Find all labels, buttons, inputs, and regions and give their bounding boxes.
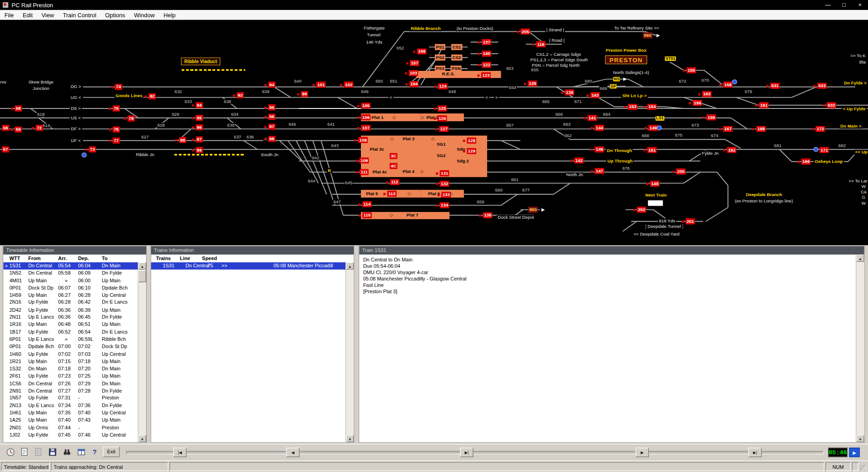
signal-116[interactable]: 116 — [536, 41, 546, 47]
timetable-row[interactable]: 1C56Dn Central07:2607:29Dn Main — [3, 380, 146, 387]
timetable-row[interactable]: 2N91Dn Central07:2707:28Dn Fylde — [3, 388, 146, 395]
signal-155[interactable]: 155 — [686, 67, 696, 73]
marker-ns[interactable]: NS — [613, 77, 620, 81]
signal-3C[interactable]: 3C — [390, 153, 397, 159]
signal-101[interactable]: 101 — [316, 82, 326, 88]
open-document-icon[interactable] — [32, 447, 44, 457]
scroll-thumb[interactable] — [138, 270, 146, 282]
timetable-row[interactable]: 0P01Dock St Dp06:0706:10Dpdale Bch — [3, 285, 146, 292]
next-train-indicator[interactable] — [648, 200, 663, 206]
signal-154[interactable]: 154 — [647, 104, 657, 110]
signal-127[interactable]: 127 — [439, 126, 449, 132]
signal-171[interactable]: 171 — [819, 147, 829, 153]
signal-531[interactable]: 531 — [770, 83, 780, 88]
scroll-down-icon[interactable]: ▼ — [138, 435, 146, 442]
timetable-row[interactable]: 6P01Up E Lancs»06:59LRibble Bch — [3, 336, 146, 343]
signal-139[interactable]: 139 — [528, 80, 537, 86]
signal-86[interactable]: 86 — [196, 124, 203, 130]
signal-97[interactable]: 97 — [268, 124, 276, 130]
signal-104[interactable]: 104 — [409, 81, 419, 87]
signal-151[interactable]: 151 — [647, 147, 657, 153]
signal-142[interactable]: 142 — [574, 157, 584, 163]
timetable-row[interactable]: 1N52Dn Central05:5806:09Dn Fylde — [3, 270, 146, 277]
signal-56[interactable]: 56 — [2, 125, 9, 131]
signal-125[interactable]: 125 — [438, 105, 447, 111]
timetable-row[interactable]: 2N11Up E Lancs06:3606:45Dn Fylde — [3, 314, 146, 321]
find-train-icon[interactable] — [61, 447, 73, 457]
signal-76[interactable]: 76 — [113, 127, 120, 133]
timetable-row[interactable]: 0P01Dpdale Bch07:0007:02Dock St Dp — [3, 343, 146, 350]
signal-94[interactable]: 94 — [268, 82, 276, 88]
signal-99[interactable]: 99 — [301, 91, 308, 97]
signal-105[interactable]: 105 — [361, 103, 370, 108]
signal-106[interactable]: 106 — [361, 114, 370, 120]
help-icon[interactable]: ? — [89, 447, 101, 457]
timetable-row[interactable]: 1S32Dn Main07:1807:20Dn Main — [3, 365, 146, 373]
scroll-up-icon[interactable]: ▲ — [138, 262, 146, 270]
signal-132[interactable]: 132 — [440, 181, 449, 187]
signal-112[interactable]: 112 — [390, 179, 399, 185]
playback-strip[interactable] — [126, 451, 824, 454]
scroll-down-icon[interactable]: ▼ — [856, 435, 864, 442]
signal-95[interactable]: 95 — [268, 104, 276, 110]
signal-532[interactable]: 532 — [827, 102, 836, 108]
timetable-row[interactable]: 1H60Up Fylde07:0207:03Up Central — [3, 351, 146, 358]
signal-98[interactable]: 98 — [268, 136, 276, 142]
signal-92[interactable]: 92 — [237, 92, 244, 98]
signal-129[interactable]: 129 — [467, 148, 476, 154]
signal-146[interactable]: 146 — [595, 147, 604, 152]
timetable-row[interactable]: 1R16Up Main06:4806:51Up Main — [3, 321, 146, 329]
timetable-row[interactable]: 2F61Up Fylde07:2307:25Up Main — [3, 373, 146, 380]
signal-126[interactable]: 126 — [438, 115, 447, 121]
signal-166[interactable]: 166 — [417, 49, 427, 54]
signal-152[interactable]: 152 — [727, 147, 736, 153]
signal-103[interactable]: 103 — [409, 70, 418, 76]
signal-172[interactable]: 172 — [816, 126, 825, 132]
signal-72[interactable]: 72 — [36, 125, 43, 131]
signal-200[interactable]: 200 — [676, 168, 686, 174]
marker-ls1[interactable]: LS1 — [656, 116, 664, 121]
timetable-clock-icon[interactable] — [5, 447, 17, 457]
signal-850[interactable]: 850 — [528, 206, 538, 212]
scroll-up-icon[interactable]: ▲ — [856, 255, 864, 262]
signal-168[interactable]: 168 — [756, 126, 766, 132]
train-row[interactable]: 1S31Dn Central75>>05:08 Manchester Picca… — [151, 262, 354, 270]
play-button[interactable]: ▶ — [849, 447, 860, 457]
scroll-up-icon[interactable]: ▲ — [346, 262, 354, 270]
signal-157[interactable]: 157 — [410, 60, 419, 66]
playback-button-2[interactable]: ▶| — [460, 447, 473, 457]
timetable-row[interactable]: 1H61Up Main07:3507:40Up Central — [3, 409, 146, 417]
signal-77[interactable]: 77 — [113, 138, 120, 143]
signal-108[interactable]: 108 — [358, 137, 368, 143]
train-detail-scrollbar[interactable]: ▲ ▼ — [856, 255, 864, 442]
signal-141[interactable]: 141 — [587, 115, 597, 121]
timetable-row[interactable]: 4M01Up Main»06:00Up Main — [3, 277, 146, 284]
save-icon[interactable] — [46, 447, 59, 457]
timetable-row[interactable]: 2N16Up Fylde06:2806:42Dn E Lancs — [3, 299, 146, 306]
signal-96[interactable]: 96 — [268, 114, 276, 120]
signal-88[interactable]: 88 — [179, 137, 187, 143]
timetable-row[interactable]: 1R21Up Main07:1507:18Up Main — [3, 358, 146, 365]
trains-scrollbar[interactable]: ▲ ▼ — [345, 262, 354, 442]
signal-4C[interactable]: 4C — [390, 163, 397, 169]
signal-75[interactable]: 75 — [113, 105, 120, 111]
signal-159[interactable]: 159 — [706, 114, 716, 120]
timetable-row[interactable]: 2N13Up E Lancs07:3407:36Dn Fylde — [3, 402, 146, 409]
signal-107[interactable]: 107 — [361, 125, 370, 131]
timetable-row[interactable]: 2N01Up Orms07:44-Preston — [3, 424, 146, 432]
playback-button-1[interactable]: ◀ — [286, 447, 299, 457]
signal-158[interactable]: 158 — [723, 82, 733, 88]
signal-124[interactable]: 124 — [438, 84, 448, 89]
signal-201[interactable]: 201 — [686, 218, 695, 224]
signal-138[interactable]: 138 — [565, 89, 574, 95]
signal-533[interactable]: 533 — [817, 83, 827, 88]
playback-button-0[interactable]: |◀ — [173, 447, 187, 457]
playback-button-3[interactable]: ▶ — [636, 447, 649, 457]
signal-131[interactable]: 131 — [440, 170, 449, 176]
signal-205[interactable]: 205 — [521, 29, 530, 34]
signal-114[interactable]: 114 — [362, 201, 372, 207]
timetable-row[interactable]: 2D42Up Fylde06:3606:39Up Main — [3, 306, 146, 314]
scroll-down-icon[interactable]: ▼ — [346, 435, 354, 442]
signal-134[interactable]: 134 — [440, 202, 449, 208]
signal-58[interactable]: 58 — [15, 105, 22, 111]
